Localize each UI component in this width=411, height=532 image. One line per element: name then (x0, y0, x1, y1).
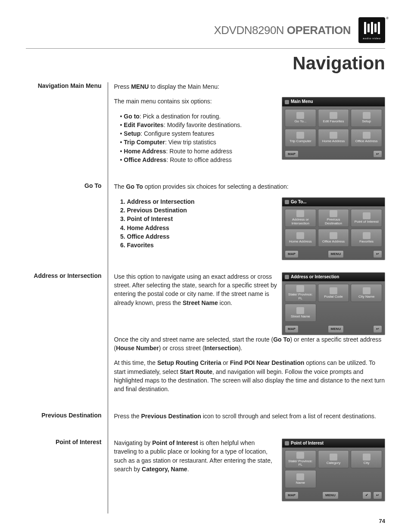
prev-p: Press the Previous Destination icon to s… (114, 412, 386, 420)
map-button: MAP (285, 150, 299, 158)
header-divider (26, 48, 385, 49)
brand-subtext: audio·video (363, 37, 381, 40)
nav-main-list: Go to: Pick a destination for routing. E… (120, 112, 278, 165)
ss-cell: Address or Intersection (285, 209, 316, 227)
ss-cell: Home Address (285, 229, 316, 247)
ss-cell: Home Address (318, 129, 349, 147)
addr-p2: Once the city and street name are select… (114, 335, 386, 353)
check-icon: ✔ (362, 492, 371, 499)
section-label-prev: Previous Destination (26, 412, 108, 439)
nav-main-intro: Press MENU to display the Main Menu: (114, 82, 386, 91)
section-label-nav-main: Navigation Main Menu (26, 82, 108, 182)
model-number: XDVDN8290N (214, 24, 284, 37)
close-icon (285, 275, 289, 279)
screenshot-poi: Point of Interest State/ Province: FL Ca… (282, 439, 385, 501)
ss-cell: Previous Destination (318, 209, 349, 227)
map-button: MAP (285, 250, 299, 258)
ss-cell: Setup (351, 109, 382, 127)
header-title: XDVDN8290N OPERATION (214, 24, 351, 37)
section-label-goto: Go To (26, 182, 108, 272)
section-label-addr: Address or Intersection (26, 272, 108, 412)
goto-intro: The Go To option provides six choices fo… (114, 182, 386, 191)
close-icon (285, 441, 289, 445)
ss-cell: City Name (351, 284, 382, 302)
brand-logo: ® audio·video (358, 17, 385, 43)
menu-button: MENU (328, 250, 344, 258)
ss-cell: Postal Code (318, 284, 349, 302)
back-icon: ↩ (373, 250, 382, 258)
screenshot-main-menu: Main Menu Go To... Edit Favorites Setup … (282, 97, 385, 160)
map-button: MAP (285, 325, 299, 333)
back-icon: ↩ (373, 325, 382, 333)
menu-button: MENU (328, 325, 344, 333)
logo-bars-icon (364, 21, 380, 35)
grid-icon (285, 100, 289, 104)
section-label-poi: Point of Interest (26, 439, 108, 513)
page-number: 74 (26, 518, 385, 524)
operation-label: OPERATION (287, 24, 351, 37)
screenshot-goto: Go To... Address or Intersection Previou… (282, 197, 385, 260)
screenshot-addr: Address or Intersection State/ Province:… (282, 272, 385, 335)
ss-cell: Edit Favorites (318, 109, 349, 127)
ss-cell: City (351, 450, 382, 468)
addr-p3: At this time, the Setup Routing Criteria… (114, 358, 386, 393)
ss-cell: Office Address (318, 229, 349, 247)
addr-p1: Use this option to navigate using an exa… (114, 272, 278, 307)
page-header: XDVDN8290N OPERATION ® audio·video (26, 17, 385, 47)
ss-cell: Name (285, 470, 316, 488)
nav-main-list-intro: The main menu contains six options: (114, 97, 278, 106)
goto-list: Address or Intersection Previous Destina… (127, 197, 278, 250)
close-icon (285, 200, 289, 204)
ss-cell: Office Address (351, 129, 382, 147)
ss-cell: Point of Interest (351, 209, 382, 227)
trademark-icon: ® (386, 16, 389, 20)
content-table: Navigation Main Menu Press MENU to displ… (26, 82, 385, 513)
page-title: Navigation (26, 53, 385, 74)
ss-cell: Trip Computer (285, 129, 316, 147)
ss-cell: State/ Province: FL (285, 450, 316, 468)
map-button: MAP (285, 492, 299, 499)
ss-cell: State/ Province: FL (285, 284, 316, 302)
back-icon: ↩ (373, 492, 382, 499)
ss-cell: Favorites (351, 229, 382, 247)
ss-cell: Go To... (285, 109, 316, 127)
ss-cell: Category (318, 450, 349, 468)
ss-cell: Street Name (285, 304, 316, 322)
menu-button: MENU (322, 492, 339, 499)
poi-p: Navigating by Point of Interest is often… (114, 439, 278, 473)
back-icon: ↩ (373, 150, 382, 158)
